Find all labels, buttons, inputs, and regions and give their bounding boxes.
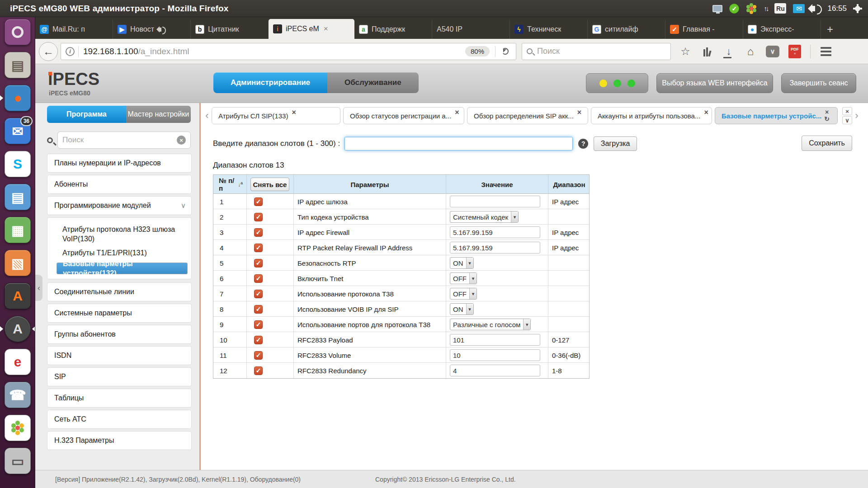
value-select[interactable]: ON▾ bbox=[450, 257, 474, 269]
icq-flower-icon[interactable] bbox=[746, 3, 757, 14]
tab-setup-wizard[interactable]: Мастер настройки bbox=[126, 106, 191, 123]
value-input[interactable] bbox=[450, 334, 540, 346]
sidebar-menu-item[interactable]: Абоненты bbox=[47, 175, 192, 194]
url-text[interactable]: 192.168.1.100/a_index.html bbox=[83, 47, 465, 56]
slot-range-input[interactable] bbox=[344, 137, 573, 150]
launcher-item-libreoffice-writer[interactable]: ▤ bbox=[0, 182, 35, 212]
logout-button[interactable]: Завершить сеанс bbox=[781, 73, 856, 93]
sidebar-menu-item[interactable]: ISDN bbox=[47, 346, 192, 365]
row-checkbox[interactable]: ✓ bbox=[254, 351, 263, 360]
launcher-item-app-e-red[interactable]: e bbox=[0, 347, 35, 377]
keyboard-layout-indicator[interactable]: Ru bbox=[774, 3, 786, 14]
row-checkbox[interactable]: ✓ bbox=[254, 366, 263, 375]
site-info-icon[interactable]: i bbox=[66, 47, 75, 56]
tab-refresh-icon[interactable]: ↻ bbox=[824, 116, 830, 122]
row-checkbox[interactable]: ✓ bbox=[254, 320, 263, 329]
pdf-addon-icon[interactable]: PDF≡ bbox=[788, 45, 801, 58]
value-select[interactable]: ON▾ bbox=[450, 303, 474, 315]
browser-tab[interactable]: b Цитатник × bbox=[191, 20, 269, 39]
launcher-item-printer[interactable]: ▭ bbox=[0, 446, 35, 476]
content-tab[interactable]: Атрибуты СЛ SIP(133) × bbox=[212, 107, 340, 124]
network-monitor-icon[interactable] bbox=[712, 5, 722, 12]
home-icon[interactable]: ⌂ bbox=[744, 45, 757, 58]
tab-close-icon[interactable]: × bbox=[704, 108, 708, 117]
tab-close-icon[interactable]: × bbox=[292, 108, 296, 117]
browser-search[interactable] bbox=[522, 43, 671, 60]
column-header-value[interactable]: Значение bbox=[446, 175, 548, 194]
browser-tab[interactable]: @ Mail.Ru: п × bbox=[35, 20, 113, 39]
content-tab[interactable]: Аккаунты и атрибуты пользова... × bbox=[591, 107, 712, 124]
sort-icon[interactable]: ↓a bbox=[238, 181, 243, 188]
tab-list-dropdown-button[interactable]: ∨ bbox=[842, 116, 852, 124]
row-checkbox[interactable]: ✓ bbox=[254, 259, 263, 267]
downloads-icon[interactable]: ↓ bbox=[722, 45, 735, 58]
row-checkbox[interactable]: ✓ bbox=[254, 290, 263, 298]
column-header-range[interactable]: Диапазон bbox=[548, 175, 590, 194]
content-tab[interactable]: Базовые парметры устройс... ×↻ bbox=[715, 107, 838, 124]
skype-tray-icon[interactable]: ✓ bbox=[729, 4, 739, 14]
mail-tray-icon[interactable]: ✉ bbox=[793, 4, 805, 13]
dropdown-arrow-icon[interactable]: ▾ bbox=[466, 258, 473, 268]
sidebar-menu-item[interactable]: Соединительные линии bbox=[47, 282, 192, 301]
tab-close-icon[interactable]: × bbox=[824, 109, 830, 116]
column-header-num[interactable]: № п/п↓a bbox=[213, 175, 247, 194]
sidebar-menu-item[interactable]: Системные параметры bbox=[47, 304, 192, 323]
sidebar-submenu-item[interactable]: Атрибуты протокола H323 шлюза VoIP(130) bbox=[47, 222, 189, 246]
value-select[interactable]: Системный кодек▾ bbox=[450, 211, 519, 223]
value-select[interactable]: Различные с голосом▾ bbox=[450, 319, 531, 330]
dropdown-arrow-icon[interactable]: ▾ bbox=[469, 288, 476, 299]
browser-tab[interactable]: A540 IP × bbox=[432, 20, 510, 39]
sidebar-submenu-item-selected[interactable]: Базовые парметры устройств(132) bbox=[57, 263, 188, 274]
reload-icon[interactable] bbox=[502, 48, 509, 55]
sidebar-menu-item[interactable]: Группы абонентов bbox=[47, 325, 192, 344]
browser-tab[interactable]: ϟ Техническ × bbox=[510, 20, 588, 39]
load-button[interactable]: Загрузка bbox=[594, 136, 637, 151]
volume-icon[interactable] bbox=[811, 6, 821, 11]
row-checkbox[interactable]: ✓ bbox=[254, 197, 263, 206]
sidebar-collapse-handle[interactable]: ‹ bbox=[35, 275, 42, 301]
sidebar-menu-item[interactable]: SIP bbox=[47, 367, 192, 386]
language-select-button[interactable]: Выбор языка WEB интерфейса bbox=[656, 73, 773, 93]
session-gear-icon[interactable] bbox=[854, 5, 862, 13]
row-checkbox[interactable]: ✓ bbox=[254, 213, 263, 221]
launcher-item-fax-phone[interactable]: ☎ bbox=[0, 380, 35, 410]
browser-tab[interactable]: i iPECS eM × bbox=[269, 19, 354, 39]
launcher-item-icq-flower[interactable] bbox=[0, 413, 35, 443]
tab-close-icon[interactable]: × bbox=[455, 108, 459, 117]
launcher-item-app-a-orange[interactable]: A bbox=[0, 281, 35, 311]
sidebar-submenu-item[interactable]: Атрибуты T1/E1/PRI(131) bbox=[47, 246, 189, 260]
launcher-item-libreoffice-impress[interactable]: ▧ bbox=[0, 248, 35, 278]
launcher-item-file-manager[interactable]: ▤ bbox=[0, 50, 35, 80]
close-all-tabs-button[interactable]: × bbox=[842, 107, 852, 115]
menu-hamburger-icon[interactable] bbox=[820, 45, 832, 58]
browser-tab[interactable]: a Поддержк × bbox=[354, 20, 432, 39]
browser-tab[interactable]: ▶ Новост × bbox=[113, 20, 191, 39]
bookmark-star-icon[interactable]: ☆ bbox=[679, 45, 692, 58]
traffic-arrows-icon[interactable]: ↑↓ bbox=[764, 5, 768, 12]
sidebar-menu-item[interactable]: H.323 Параметры bbox=[47, 431, 192, 450]
browser-tab[interactable]: ✓ Главная - × bbox=[665, 20, 743, 39]
back-button[interactable]: ← bbox=[39, 42, 58, 61]
library-icon[interactable] bbox=[701, 47, 713, 56]
value-input[interactable] bbox=[450, 242, 540, 253]
clear-search-icon[interactable]: × bbox=[177, 136, 186, 145]
save-button[interactable]: Сохранить bbox=[802, 136, 852, 151]
uncheck-all-button[interactable]: Снять все bbox=[250, 178, 289, 191]
value-input[interactable] bbox=[450, 196, 540, 207]
launcher-item-skype[interactable]: S bbox=[0, 149, 35, 179]
dropdown-arrow-icon[interactable]: ▾ bbox=[469, 273, 476, 284]
browser-search-input[interactable] bbox=[537, 47, 666, 56]
launcher-item-firefox[interactable]: ● bbox=[0, 83, 35, 113]
tab-close-icon[interactable]: × bbox=[577, 108, 581, 117]
row-checkbox[interactable]: ✓ bbox=[254, 228, 263, 237]
tabstrip-scroll-right[interactable]: › bbox=[852, 110, 861, 122]
row-checkbox[interactable]: ✓ bbox=[254, 305, 263, 314]
value-select[interactable]: OFF▾ bbox=[450, 288, 477, 300]
sidebar-menu-item[interactable]: Планы нумерации и IP-адресов bbox=[47, 154, 192, 173]
launcher-item-ubuntu-dash[interactable] bbox=[0, 17, 35, 47]
dropdown-arrow-icon[interactable]: ▾ bbox=[466, 304, 473, 314]
tab-maintenance[interactable]: Обслуживание bbox=[327, 72, 419, 93]
sidebar-menu-item[interactable]: Таблицы bbox=[47, 389, 192, 408]
dropdown-arrow-icon[interactable]: ▾ bbox=[523, 319, 530, 330]
value-input[interactable] bbox=[450, 349, 540, 361]
